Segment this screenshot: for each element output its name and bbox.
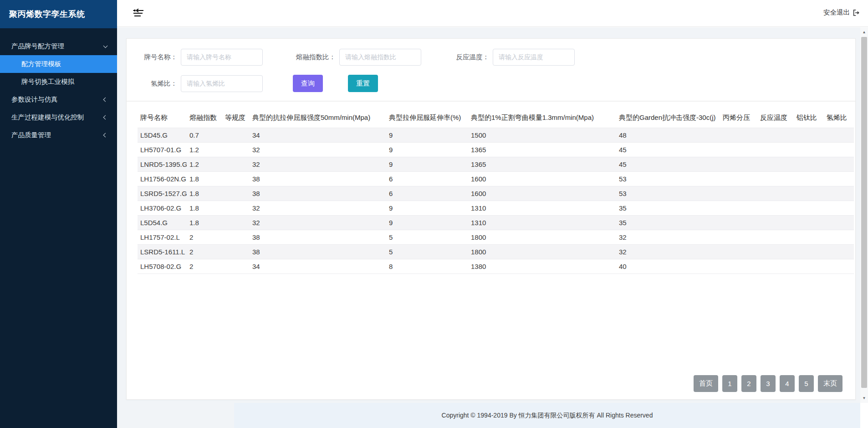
chevron-left-icon <box>103 115 108 120</box>
table-cell: 38 <box>250 245 386 259</box>
table-cell: 2 <box>187 230 222 245</box>
table-cell: 32 <box>250 216 386 230</box>
table-cell <box>757 143 794 157</box>
column-header: 反应温度 <box>757 107 794 128</box>
table-cell: 9 <box>386 128 468 143</box>
sidebar-item-产品牌号配方管理[interactable]: 产品牌号配方管理 <box>0 37 117 55</box>
hydrogen-olefin-ratio-label: 氢烯比： <box>138 79 181 88</box>
sidebar-menu: 产品牌号配方管理配方管理模板牌号切换工业模拟参数设计与仿真生产过程建模与优化控制… <box>0 28 117 144</box>
content-card: 牌号名称： 熔融指数比： 反应温度： 氢烯比： 查询 重置 <box>126 38 856 400</box>
brand-name-label: 牌号名称： <box>138 53 181 62</box>
column-header: 丙烯分压 <box>720 107 757 128</box>
query-button[interactable]: 查询 <box>293 75 323 92</box>
table-cell <box>824 230 854 245</box>
table-cell <box>757 216 794 230</box>
table-header-row: 牌号名称熔融指数等规度典型的抗拉伸屈服强度50mm/min(Mpa)典型拉伸屈服… <box>138 107 854 128</box>
table-cell: 35 <box>616 216 720 230</box>
table-row: LH5708-02.G2348138040 <box>138 259 854 274</box>
sidebar-item-生产过程建模与优化控制[interactable]: 生产过程建模与优化控制 <box>0 108 117 126</box>
table-row: LSRD5-1527.G1.8386160053 <box>138 186 854 201</box>
logout-icon <box>853 9 860 16</box>
sidebar-collapse-icon[interactable] <box>132 8 144 19</box>
column-header: 熔融指数 <box>187 107 222 128</box>
table-cell <box>720 157 757 172</box>
field-hydrogen-olefin-ratio: 氢烯比： <box>138 75 263 92</box>
sidebar-item-参数设计与仿真[interactable]: 参数设计与仿真 <box>0 91 117 108</box>
pagination-page-5[interactable]: 5 <box>799 375 814 392</box>
table-cell <box>757 230 794 245</box>
sidebar-item-配方管理模板[interactable]: 配方管理模板 <box>0 55 117 73</box>
table-row: LH5707-01.G1.2329136545 <box>138 143 854 157</box>
table-cell: 40 <box>616 259 720 274</box>
reaction-temperature-label: 反应温度： <box>449 53 493 62</box>
topbar: 安全退出 <box>117 0 868 27</box>
table-cell: 1800 <box>468 230 616 245</box>
sidebar-item-label: 配方管理模板 <box>21 60 61 68</box>
table-cell: 1.2 <box>187 143 222 157</box>
table-cell <box>794 216 824 230</box>
pagination-first-button[interactable]: 首页 <box>694 375 718 392</box>
table-cell <box>757 157 794 172</box>
table-cell: 1365 <box>468 143 616 157</box>
vertical-scrollbar: ▲ ▼ <box>860 27 868 403</box>
table-cell <box>794 245 824 259</box>
melt-index-ratio-input[interactable] <box>339 49 421 66</box>
table-cell: 1600 <box>468 186 616 201</box>
table-section: 牌号名称熔融指数等规度典型的抗拉伸屈服强度50mm/min(Mpa)典型拉伸屈服… <box>127 102 855 399</box>
table-cell <box>720 143 757 157</box>
table-cell <box>720 201 757 216</box>
table-cell <box>824 245 854 259</box>
reaction-temperature-input[interactable] <box>493 49 575 66</box>
table-cell: L5D45.G <box>138 128 187 143</box>
pagination-last-button[interactable]: 末页 <box>818 375 842 392</box>
table-cell: 1380 <box>468 259 616 274</box>
sidebar-item-产品质量管理[interactable]: 产品质量管理 <box>0 126 117 144</box>
table-cell: 1800 <box>468 245 616 259</box>
sidebar-item-牌号切换工业模拟[interactable]: 牌号切换工业模拟 <box>0 73 117 91</box>
footer: Copyright © 1994-2019 By 恒力集团有限公司版权所有 Al… <box>234 403 860 428</box>
table-cell <box>824 143 854 157</box>
table-cell: 1.8 <box>187 216 222 230</box>
table-cell: 9 <box>386 143 468 157</box>
table-cell <box>824 157 854 172</box>
table-cell: 38 <box>250 186 386 201</box>
pagination: 首页12345末页 <box>138 375 844 399</box>
table-cell <box>757 201 794 216</box>
column-header: 典型的Garden抗冲击强度-30c(j) <box>616 107 720 128</box>
table-cell <box>222 259 250 274</box>
column-header: 铝钛比 <box>794 107 824 128</box>
table-cell <box>720 259 757 274</box>
table-cell: LSRD5-1527.G <box>138 186 187 201</box>
table-cell: 34 <box>250 259 386 274</box>
reset-button[interactable]: 重置 <box>348 75 378 92</box>
table-row: LNRD5-1395.G1.2329136545 <box>138 157 854 172</box>
table-cell <box>222 245 250 259</box>
table-cell <box>720 216 757 230</box>
pagination-page-4[interactable]: 4 <box>780 375 795 392</box>
table-cell <box>222 143 250 157</box>
logout-label: 安全退出 <box>823 8 850 17</box>
scrollbar-thumb[interactable] <box>861 37 867 388</box>
pagination-page-1[interactable]: 1 <box>722 375 737 392</box>
scroll-down-arrow-icon[interactable]: ▼ <box>860 394 868 402</box>
scroll-up-arrow-icon[interactable]: ▲ <box>860 28 868 36</box>
table-cell: LSRD5-1611.L <box>138 245 187 259</box>
pagination-page-2[interactable]: 2 <box>741 375 756 392</box>
pagination-page-3[interactable]: 3 <box>761 375 776 392</box>
table-cell: LNRD5-1395.G <box>138 157 187 172</box>
table-row: LH1756-02N.G1.8386160053 <box>138 172 854 186</box>
hydrogen-olefin-ratio-input[interactable] <box>181 75 263 92</box>
table-row: LH3706-02.G1.8329131035 <box>138 201 854 216</box>
field-melt-index-ratio: 熔融指数比： <box>289 49 421 66</box>
table-cell <box>794 201 824 216</box>
table-cell <box>794 157 824 172</box>
brand-name-input[interactable] <box>181 49 263 66</box>
table-cell: 1365 <box>468 157 616 172</box>
logout-button[interactable]: 安全退出 <box>823 8 860 17</box>
sidebar-item-label: 牌号切换工业模拟 <box>21 77 74 86</box>
table-cell: LH3706-02.G <box>138 201 187 216</box>
sidebar-item-label: 产品质量管理 <box>11 131 51 139</box>
table-cell <box>222 230 250 245</box>
sidebar-item-label: 参数设计与仿真 <box>11 95 58 104</box>
table-cell: 32 <box>616 245 720 259</box>
